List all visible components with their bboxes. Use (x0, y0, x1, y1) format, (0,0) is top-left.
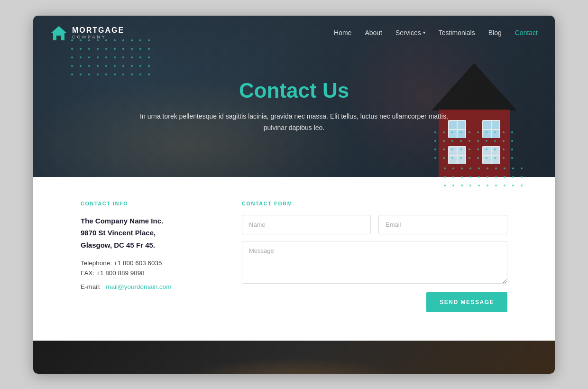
form-name-email-row (242, 215, 507, 234)
contact-form-label: CONTACT FORM (242, 201, 507, 206)
nav-link-testimonials[interactable]: Testimonials (439, 29, 475, 37)
contact-info: CONTACT INFO The Company Name Inc.9870 S… (81, 201, 213, 312)
logo[interactable]: MORTGAGE COMPANY (50, 24, 124, 41)
logo-brand: MORTGAGE (72, 26, 124, 35)
send-message-button[interactable]: SEND MESSAGE (426, 292, 507, 312)
hero-title: Contact Us (239, 79, 349, 102)
logo-sub: COMPANY (72, 35, 124, 39)
nav-link-contact[interactable]: Contact (515, 29, 538, 37)
nav-item-testimonials[interactable]: Testimonials (439, 28, 475, 37)
nav-link-services[interactable]: Services (395, 29, 421, 37)
contact-fax: FAX: +1 800 889 9898 (81, 269, 213, 277)
footer-strip (33, 341, 555, 374)
form-submit-row: SEND MESSAGE (242, 292, 507, 312)
hero-content: Contact Us In urna torek pellentesque id… (33, 50, 555, 177)
nav-item-home[interactable]: Home (334, 28, 351, 37)
email-link[interactable]: mail@yourdomain.com (106, 283, 171, 290)
nav-item-services[interactable]: Services ▾ (395, 29, 425, 37)
name-input[interactable] (242, 215, 371, 234)
email-input[interactable] (378, 215, 507, 234)
hero-description: In urna torek pellentesque id sagittis l… (128, 111, 460, 134)
company-name: The Company Name Inc.9870 St Vincent Pla… (81, 215, 213, 251)
nav-link-about[interactable]: About (365, 29, 382, 37)
navbar: MORTGAGE COMPANY Home About Services ▾ T… (33, 16, 555, 50)
hero-section: MORTGAGE COMPANY Home About Services ▾ T… (33, 16, 555, 177)
contact-telephone: Telephone: +1 800 603 6035 (81, 259, 213, 267)
nav-link-home[interactable]: Home (334, 29, 351, 37)
nav-item-about[interactable]: About (365, 28, 382, 37)
nav-link-blog[interactable]: Blog (488, 29, 502, 37)
contact-info-label: CONTACT INFO (81, 201, 213, 206)
contact-form: CONTACT FORM SEND MESSAGE (242, 201, 507, 312)
browser-window: MORTGAGE COMPANY Home About Services ▾ T… (33, 16, 555, 374)
message-textarea[interactable] (242, 241, 507, 284)
email-label: E-mail: (81, 283, 101, 290)
services-dropdown-caret: ▾ (423, 30, 425, 35)
contact-section: CONTACT INFO The Company Name Inc.9870 S… (33, 177, 555, 341)
logo-text: MORTGAGE COMPANY (72, 26, 124, 39)
nav-item-blog[interactable]: Blog (488, 28, 502, 37)
logo-icon (50, 24, 67, 41)
svg-rect-24 (56, 36, 61, 40)
nav-item-contact[interactable]: Contact (515, 28, 538, 37)
svg-marker-22 (51, 26, 66, 33)
contact-email: E-mail: mail@yourdomain.com (81, 283, 213, 290)
nav-links: Home About Services ▾ Testimonials Blog … (334, 28, 538, 37)
